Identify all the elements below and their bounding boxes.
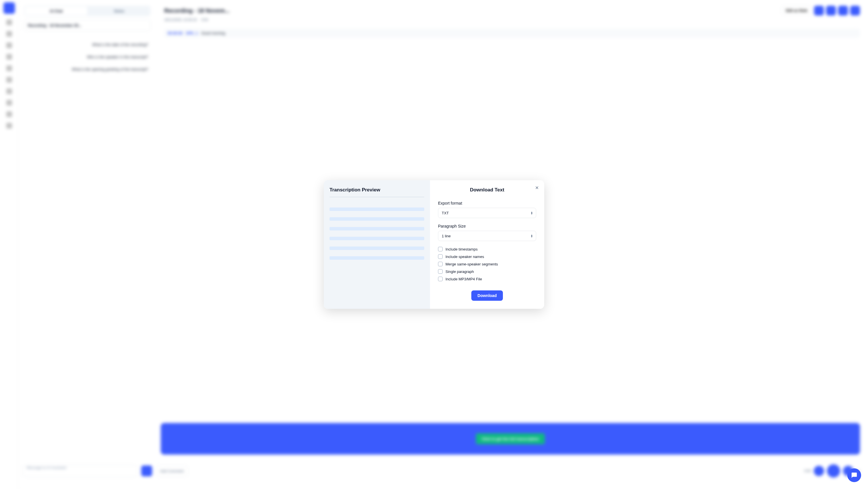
checkbox-label: Include speaker names: [445, 255, 484, 259]
export-format-value: TXT: [442, 211, 449, 215]
checkbox-include-media[interactable]: Include MP3/MP4 File: [438, 276, 536, 281]
checkbox-single-paragraph[interactable]: Single paragraph: [438, 269, 536, 274]
checkbox-icon: [438, 269, 443, 274]
help-chat-button[interactable]: [847, 468, 861, 482]
skeleton-line: [330, 227, 424, 230]
modal-title: Download Text: [438, 187, 536, 193]
skeleton-line: [330, 217, 424, 221]
checkbox-label: Merge same-speaker segments: [445, 262, 498, 266]
paragraph-size-select[interactable]: 1 line ▴▾: [438, 231, 536, 241]
skeleton-line: [330, 247, 424, 250]
preview-title: Transcription Preview: [330, 187, 424, 197]
checkbox-label: Include MP3/MP4 File: [445, 277, 482, 281]
export-format-select[interactable]: TXT ▴▾: [438, 208, 536, 218]
checkbox-icon: [438, 276, 443, 281]
transcription-preview-panel: Transcription Preview: [324, 180, 430, 309]
checkbox-include-speaker-names[interactable]: Include speaker names: [438, 254, 536, 259]
checkbox-icon: [438, 247, 443, 251]
checkbox-include-timestamps[interactable]: Include timestamps: [438, 247, 536, 251]
checkbox-merge-segments[interactable]: Merge same-speaker segments: [438, 262, 536, 266]
skeleton-line: [330, 207, 424, 211]
chat-icon: [851, 472, 857, 478]
chevron-updown-icon: ▴▾: [531, 211, 532, 215]
close-icon[interactable]: ✕: [533, 184, 540, 191]
skeleton-line: [330, 237, 424, 240]
paragraph-size-label: Paragraph Size: [438, 224, 536, 228]
export-format-label: Export format: [438, 201, 536, 205]
paragraph-size-value: 1 line: [442, 234, 451, 238]
checkbox-icon: [438, 262, 443, 266]
checkbox-label: Single paragraph: [445, 269, 474, 274]
download-text-modal: Transcription Preview ✕ Download Text Ex…: [324, 180, 544, 309]
modal-overlay: Transcription Preview ✕ Download Text Ex…: [0, 0, 868, 489]
chevron-updown-icon: ▴▾: [531, 234, 532, 238]
skeleton-line: [330, 256, 424, 260]
checkbox-icon: [438, 254, 443, 259]
preview-skeleton: [330, 207, 424, 260]
download-button[interactable]: Download: [471, 290, 503, 301]
checkbox-label: Include timestamps: [445, 247, 477, 251]
